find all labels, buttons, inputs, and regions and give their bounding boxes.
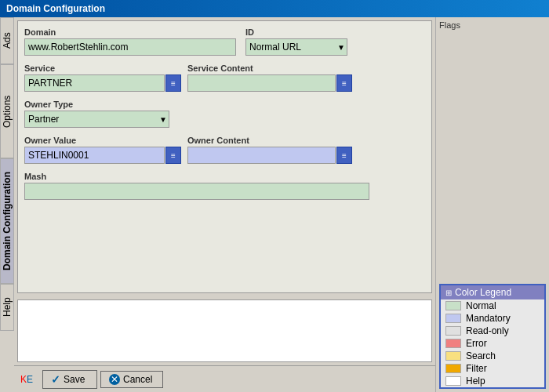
flags-label: Flags (439, 20, 546, 30)
legend-color-search (445, 351, 461, 361)
owner-content-input[interactable] (187, 147, 336, 164)
tab-options[interactable]: Options (0, 64, 14, 158)
service-content-group: Service Content ≡ (187, 64, 352, 92)
tab-help[interactable]: Help (0, 284, 14, 331)
right-panel: Flags ⊞ Color Legend Normal Mandatory Re… (435, 17, 549, 392)
legend-title-text: Color Legend (455, 287, 511, 298)
owner-type-group: Owner Type Partner Client User ▼ (24, 100, 169, 128)
service-content-input[interactable] (187, 74, 336, 92)
legend-label-error: Error (466, 338, 487, 349)
mash-group: Mash (24, 172, 369, 200)
service-input[interactable] (24, 74, 165, 92)
owner-value-label: Owner Value (24, 136, 181, 145)
mash-label: Mash (24, 172, 369, 181)
save-label: Save (64, 374, 85, 385)
legend-color-mandatory (445, 314, 461, 323)
owner-type-select[interactable]: Partner Client User (25, 111, 169, 127)
color-legend: ⊞ Color Legend Normal Mandatory Read-onl… (439, 284, 546, 389)
owner-row: Owner Value ≡ Owner Content ≡ (24, 136, 425, 164)
tab-ads[interactable]: Ads (0, 17, 14, 64)
legend-label-help: Help (466, 376, 485, 387)
service-lookup-button[interactable]: ≡ (165, 74, 181, 92)
id-label: ID (245, 27, 347, 37)
legend-error: Error (441, 337, 544, 350)
save-check-icon: ✓ (51, 373, 60, 386)
owner-type-select-wrapper[interactable]: Partner Client User ▼ (24, 111, 169, 128)
owner-value-group: Owner Value ≡ (24, 136, 181, 164)
legend-label-mandatory: Mandatory (466, 313, 511, 324)
content-area: Domain ID Normal URL Short URL Custom UR… (14, 17, 435, 392)
legend-label-search: Search (466, 350, 496, 361)
save-button[interactable]: ✓ Save (42, 370, 97, 389)
owner-type-row: Owner Type Partner Client User ▼ (24, 100, 425, 128)
owner-value-input-wrapper: ≡ (24, 147, 181, 164)
owner-content-label: Owner Content (187, 136, 352, 145)
domain-input[interactable] (24, 38, 236, 56)
form-panel: Domain ID Normal URL Short URL Custom UR… (17, 20, 432, 293)
owner-value-input[interactable] (24, 147, 165, 164)
tab-domain-config[interactable]: Domain Configuration (0, 158, 14, 284)
id-select[interactable]: Normal URL Short URL Custom URL (246, 39, 347, 55)
owner-content-lookup-button[interactable]: ≡ (336, 147, 352, 164)
legend-label-readonly: Read-only (466, 325, 509, 336)
legend-color-readonly (445, 326, 461, 336)
domain-group: Domain (24, 27, 236, 56)
legend-label-filter: Filter (466, 363, 487, 374)
left-tabs: Ads Options Domain Configuration Help (0, 17, 14, 392)
mash-input[interactable] (24, 183, 369, 200)
legend-color-filter (445, 364, 461, 373)
domain-id-row: Domain ID Normal URL Short URL Custom UR… (24, 27, 425, 56)
legend-color-help (445, 376, 461, 386)
k-label: K (20, 374, 27, 385)
service-content-lookup-button[interactable]: ≡ (336, 74, 352, 92)
legend-label-normal: Normal (466, 300, 496, 311)
title-bar: Domain Configuration (0, 0, 549, 17)
owner-content-group: Owner Content ≡ (187, 136, 352, 164)
legend-title: ⊞ Color Legend (441, 285, 544, 299)
legend-search: Search (441, 350, 544, 362)
legend-grid-icon: ⊞ (445, 289, 452, 297)
legend-mandatory: Mandatory (441, 312, 544, 325)
legend-normal: Normal (441, 299, 544, 312)
cancel-label: Cancel (123, 374, 152, 385)
service-content-label: Service Content (187, 64, 352, 73)
service-label: Service (24, 64, 181, 73)
owner-value-lookup-button[interactable]: ≡ (165, 147, 181, 164)
legend-color-normal (445, 301, 461, 310)
mash-row: Mash (24, 172, 425, 200)
cancel-circle-icon: ✕ (109, 374, 120, 385)
service-group: Service ≡ (24, 64, 181, 92)
legend-help: Help (441, 375, 544, 387)
owner-content-input-wrapper: ≡ (187, 147, 352, 164)
id-select-wrapper[interactable]: Normal URL Short URL Custom URL ▼ (245, 38, 347, 56)
id-group: ID Normal URL Short URL Custom URL ▼ (245, 27, 347, 56)
cancel-button[interactable]: ✕ Cancel (100, 371, 163, 388)
bottom-bar: K E ✓ Save ✕ Cancel (14, 365, 435, 392)
domain-label: Domain (24, 27, 236, 37)
ke-labels: K E (20, 374, 33, 385)
title-text: Domain Configuration (6, 3, 105, 14)
legend-readonly: Read-only (441, 325, 544, 337)
service-content-input-wrapper: ≡ (187, 74, 352, 92)
legend-color-error (445, 339, 461, 348)
owner-type-label: Owner Type (24, 100, 169, 109)
service-input-wrapper: ≡ (24, 74, 181, 92)
e-label: E (27, 374, 33, 385)
service-row: Service ≡ Service Content ≡ (24, 64, 425, 92)
legend-filter: Filter (441, 362, 544, 375)
help-area (17, 299, 432, 362)
